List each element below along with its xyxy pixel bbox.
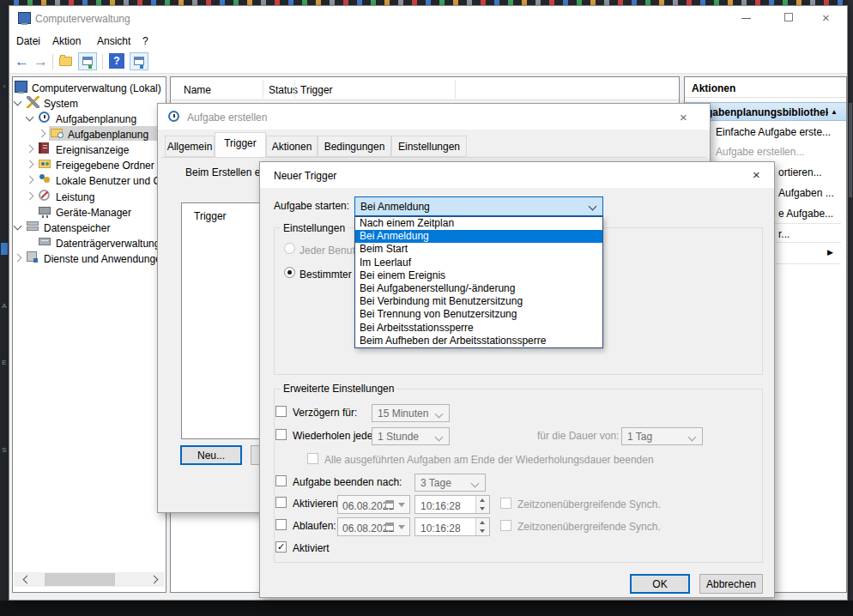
dropdown-option[interactable]: Im Leerlauf (355, 257, 602, 269)
duration-combobox[interactable]: 1 Tag (621, 427, 703, 445)
column-separator[interactable] (263, 80, 263, 99)
chevron-collapsed-icon[interactable] (14, 254, 22, 263)
window-title: Computerverwaltung (35, 13, 130, 25)
tree-item-computerverwaltung[interactable]: Computerverwaltung (Lokal) (13, 80, 166, 94)
activate-sync-checkbox[interactable] (500, 498, 511, 509)
dropdown-option[interactable]: Bei Aufgabenerstellung/-änderung (355, 282, 602, 295)
combobox-value: 15 Minuten (378, 408, 428, 420)
standard-view-icon[interactable] (130, 52, 148, 70)
help-icon[interactable]: ? (109, 53, 124, 69)
maximize-button[interactable] (776, 6, 802, 30)
time-spinner[interactable] (475, 518, 489, 535)
scrollbar-thumb[interactable] (45, 573, 115, 586)
close-icon[interactable]: × (680, 111, 687, 124)
window-titlebar[interactable]: Computerverwaltung × (9, 6, 847, 30)
tab-trigger[interactable]: Trigger (215, 132, 266, 157)
dropdown-option[interactable]: Beim Start (355, 243, 602, 256)
column-name[interactable]: Name (184, 84, 211, 96)
chevron-collapsed-icon[interactable] (38, 130, 46, 138)
dropdown-option[interactable]: Beim Aufheben der Arbeitsstationssperre (355, 335, 602, 347)
chevron-expanded-icon[interactable] (26, 113, 34, 122)
tab-einstellungen[interactable]: Einstellungen (391, 136, 467, 157)
tree-item-lokale-benutzer[interactable]: Lokale Benutzer und G (13, 172, 166, 187)
tree-item-geraete-manager[interactable]: Geräte-Manager (13, 204, 166, 219)
back-icon[interactable]: ← (15, 54, 29, 69)
begin-task-combobox[interactable]: Bei Anmeldung (354, 196, 603, 216)
ok-button[interactable]: OK (630, 574, 690, 594)
expire-time-field[interactable]: 10:16:28 (414, 517, 490, 536)
expire-sync-checkbox[interactable] (500, 520, 511, 531)
scroll-left-icon[interactable] (23, 576, 32, 584)
begin-task-label: Aufgabe starten: (274, 200, 349, 212)
activate-time-field[interactable]: 10:16:28 (414, 495, 490, 514)
menu-aktion[interactable]: Aktion (52, 35, 81, 47)
dropdown-option-selected[interactable]: Bei Anmeldung (355, 230, 602, 243)
dropdown-option[interactable]: Bei Verbindung mit Benutzersitzung (355, 295, 602, 308)
tree-item-aufgabenplanung[interactable]: Aufgabenplanung (13, 111, 166, 125)
stop-after-checkbox[interactable] (275, 475, 287, 486)
browser-scrollbar[interactable] (848, 0, 853, 616)
forward-icon[interactable]: → (33, 54, 48, 69)
column-trigger[interactable]: Trigger (300, 84, 333, 96)
activate-date-field[interactable]: 06.08.2021 (337, 495, 410, 514)
tab-allgemein[interactable]: Allgemein (165, 136, 215, 157)
tree-item-leistung[interactable]: Leistung (13, 189, 166, 203)
column-separator[interactable] (455, 80, 456, 99)
new-trigger-button[interactable]: Neu... (180, 445, 242, 465)
dropdown-option[interactable]: Nach einem Zeitplan (355, 217, 602, 230)
tree-item-aufgabenplanungsbibliothek[interactable]: Aufgabenplanung (13, 126, 166, 141)
dropdown-option[interactable]: Bei Trennung von Benutzersitzung (355, 308, 602, 321)
expire-date-field[interactable]: 06.08.2022 (337, 517, 410, 536)
menu-hilfe[interactable]: ? (142, 35, 148, 47)
tree-horizontal-scrollbar[interactable] (14, 572, 165, 587)
tree-item-dienste[interactable]: Dienste und Anwendungen (13, 251, 166, 265)
chevron-collapsed-icon[interactable] (26, 145, 34, 154)
repeat-combobox[interactable]: 1 Stunde (372, 427, 450, 445)
delay-checkbox[interactable] (275, 406, 287, 417)
scroll-right-icon[interactable] (150, 576, 159, 584)
minimize-button[interactable] (733, 6, 759, 30)
stop-after-combobox[interactable]: 3 Tage (414, 474, 486, 492)
tree-item-ereignisanzeige[interactable]: Ereignisanzeige (13, 142, 166, 156)
enabled-checkbox[interactable]: ✓ (275, 541, 287, 553)
activate-checkbox[interactable] (275, 497, 287, 508)
delay-combobox[interactable]: 15 Minuten (372, 404, 450, 422)
chevron-collapsed-icon[interactable] (26, 192, 34, 201)
close-button[interactable]: × (814, 6, 840, 30)
dropdown-option[interactable]: Bei Arbeitsstationssperre (355, 322, 602, 335)
tree-item-datenspeicher[interactable]: Datenspeicher (13, 220, 166, 234)
expire-checkbox[interactable] (275, 519, 287, 530)
cancel-button[interactable]: Abbrechen (699, 574, 763, 594)
close-icon[interactable]: × (753, 168, 760, 181)
dialog-titlebar[interactable]: Neuer Trigger × (260, 162, 774, 188)
show-console-tree-icon[interactable] (78, 52, 97, 70)
chevron-expanded-icon[interactable] (14, 222, 22, 231)
column-separator[interactable] (294, 80, 295, 99)
tree-item-freigegebene-ordner[interactable]: Freigegebene Ordner (13, 157, 166, 172)
collapse-up-icon[interactable]: ▲ (831, 108, 838, 116)
stop-all-tasks-checkbox[interactable] (307, 453, 318, 464)
chevron-down-icon (398, 525, 405, 529)
repeat-checkbox[interactable] (275, 429, 287, 440)
combobox-value: 1 Tag (627, 431, 652, 443)
specific-user-radio[interactable] (284, 267, 295, 278)
advanced-group-label: Erweiterte Einstellungen (281, 383, 396, 395)
dropdown-option[interactable]: Bei einem Ereignis (355, 269, 602, 282)
tree-item-label: Leistung (56, 191, 94, 203)
any-user-radio[interactable] (284, 243, 295, 254)
chevron-expanded-icon[interactable] (14, 98, 22, 106)
menu-datei[interactable]: Datei (16, 35, 40, 47)
tab-bedingungen[interactable]: Bedingungen (318, 136, 391, 157)
dialog-titlebar[interactable]: Aufgabe erstellen × (158, 104, 710, 130)
export-list-icon[interactable] (59, 57, 72, 66)
tree-item-datentraegerverwaltung[interactable]: Datenträgerverwaltung (13, 235, 166, 250)
tree-item-system[interactable]: System (13, 95, 166, 110)
chevron-collapsed-icon[interactable] (26, 176, 34, 184)
stop-after-label: Aufgabe beenden nach: (293, 476, 402, 488)
time-spinner[interactable] (475, 496, 489, 513)
scrollbar-thumb[interactable] (849, 103, 852, 197)
tab-aktionen[interactable]: Aktionen (266, 136, 318, 157)
column-status[interactable]: Status (269, 84, 298, 96)
chevron-collapsed-icon[interactable] (26, 160, 34, 169)
menu-ansicht[interactable]: Ansicht (97, 35, 130, 47)
